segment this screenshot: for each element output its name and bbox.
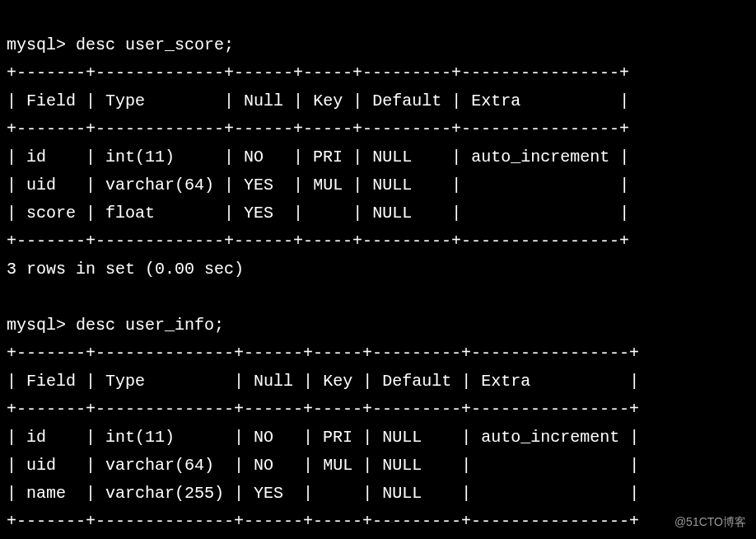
col-key: Key — [313, 91, 343, 110]
watermark: @51CTO博客 — [674, 513, 746, 532]
cell: uid — [26, 456, 56, 475]
table-row: | score | float | YES | | NULL | | — [7, 204, 629, 223]
col-field: Field — [26, 372, 76, 391]
table-header-row: | Field | Type | Null | Key | Default | … — [7, 372, 639, 391]
cell: int(11) — [105, 148, 175, 166]
cell: MUL — [323, 456, 352, 475]
col-null: Null — [244, 91, 283, 110]
cell: PRI — [323, 428, 352, 447]
cell: NULL — [382, 484, 422, 503]
cell: varchar(64) — [105, 176, 214, 195]
cell: auto_increment — [471, 148, 609, 166]
cell: varchar(64) — [105, 456, 214, 475]
cell: NULL — [382, 456, 422, 475]
cell: YES — [244, 204, 273, 223]
table-row: | uid | varchar(64) | YES | MUL | NULL |… — [7, 176, 629, 195]
col-field: Field — [26, 91, 76, 110]
cell: NULL — [372, 176, 412, 195]
col-null: Null — [254, 372, 293, 391]
table-row: | id | int(11) | NO | PRI | NULL | auto_… — [7, 148, 629, 166]
cell: id — [26, 148, 46, 166]
col-type: Type — [105, 372, 145, 391]
result-footer-1: 3 rows in set (0.00 sec) — [7, 260, 244, 279]
cell: NULL — [372, 204, 412, 223]
cell: float — [105, 204, 155, 223]
cell: NO — [254, 456, 273, 475]
cell: YES — [254, 484, 283, 503]
cell: PRI — [313, 148, 343, 166]
cell: auto_increment — [481, 428, 619, 447]
table-border: +-------+-------------+------+-----+----… — [7, 120, 629, 138]
cell: score — [26, 204, 76, 223]
table-row: | id | int(11) | NO | PRI | NULL | auto_… — [7, 428, 639, 447]
col-extra: Extra — [471, 91, 520, 110]
terminal-output: mysql> desc user_score; +-------+-------… — [7, 3, 749, 539]
table-border: +-------+--------------+------+-----+---… — [7, 344, 639, 363]
col-default: Default — [372, 91, 441, 110]
cell: id — [26, 428, 46, 447]
prompt: mysql> — [7, 316, 66, 335]
cell: NULL — [372, 148, 412, 166]
col-key: Key — [323, 372, 352, 391]
cell: NO — [254, 428, 273, 447]
cell: NULL — [382, 428, 422, 447]
cell: MUL — [313, 176, 343, 195]
col-type: Type — [105, 91, 145, 110]
prompt: mysql> — [7, 35, 66, 54]
cell: NO — [244, 148, 264, 166]
cell: name — [26, 484, 66, 503]
table-border: +-------+-------------+------+-----+----… — [7, 232, 629, 251]
table-border: +-------+-------------+------+-----+----… — [7, 63, 629, 82]
cell: varchar(255) — [105, 484, 224, 503]
col-default: Default — [382, 372, 451, 391]
col-extra: Extra — [481, 372, 530, 391]
table-row: | uid | varchar(64) | NO | MUL | NULL | … — [7, 456, 639, 475]
table-header-row: | Field | Type | Null | Key | Default | … — [7, 91, 629, 110]
table-row: | name | varchar(255) | YES | | NULL | | — [7, 484, 639, 503]
cell: int(11) — [105, 428, 175, 447]
command-1: desc user_score; — [76, 35, 234, 54]
command-2: desc user_info; — [76, 316, 224, 335]
cell: YES — [244, 176, 273, 195]
cell: uid — [26, 176, 56, 195]
table-border: +-------+--------------+------+-----+---… — [7, 400, 639, 419]
table-border: +-------+--------------+------+-----+---… — [7, 512, 639, 531]
